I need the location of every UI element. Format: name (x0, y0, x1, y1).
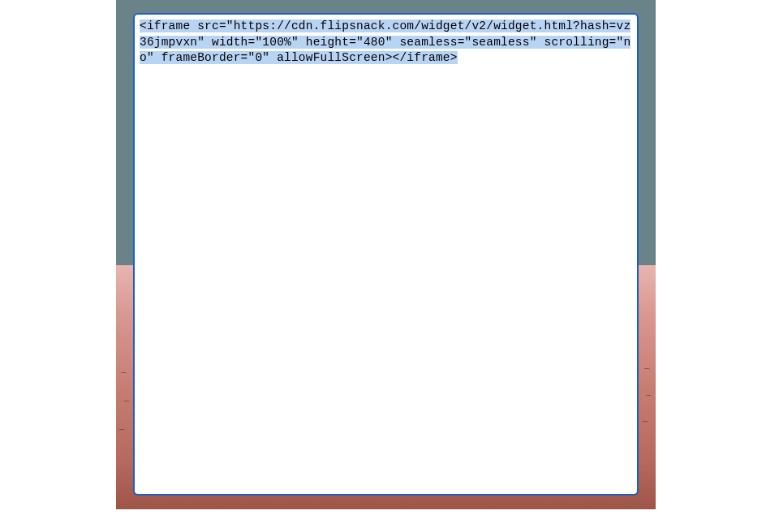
bird-silhouette: ⌒ (644, 393, 652, 405)
bird-silhouette: ⌒ (641, 419, 649, 431)
bird-silhouette: ⌒ (119, 371, 127, 382)
bird-silhouette: ⌒ (123, 399, 131, 410)
code-content[interactable]: <iframe src="https://cdn.flipsnack.com/w… (140, 19, 631, 64)
bird-silhouette: ⌒ (643, 367, 651, 378)
code-textarea[interactable]: <iframe src="https://cdn.flipsnack.com/w… (133, 13, 639, 496)
bird-silhouette: ⌒ (118, 427, 126, 439)
